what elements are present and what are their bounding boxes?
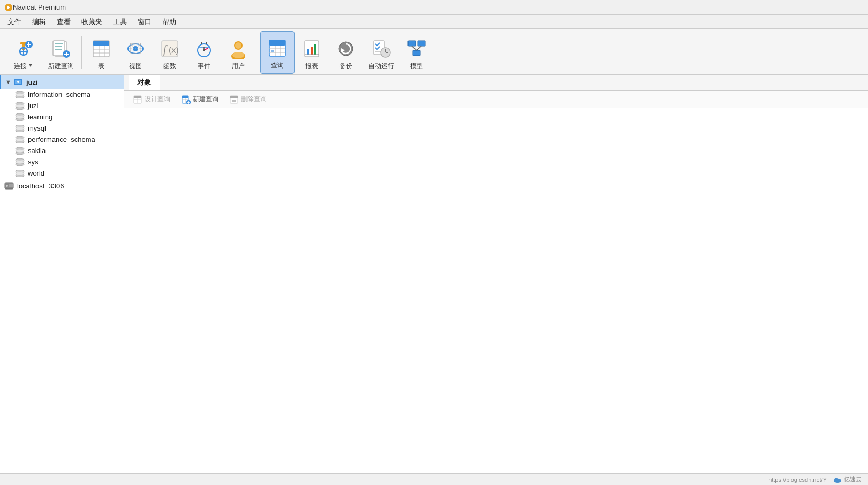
toolbar-query-btn[interactable]: 查询 [260, 31, 295, 74]
design-query-label: 设计查询 [145, 95, 170, 104]
svg-rect-56 [282, 46, 284, 48]
status-url: https://blog.csdn.net/Y [768, 476, 827, 483]
toolbar-connect-btn[interactable]: 连接 ▼ [4, 31, 43, 74]
menu-tools[interactable]: 工具 [108, 16, 132, 28]
svg-rect-58 [307, 49, 309, 55]
title-bar: Navicat Premium [0, 0, 868, 15]
menu-bar: 文件 编辑 查看 收藏夹 工具 窗口 帮助 [0, 15, 868, 29]
query-label: 查询 [271, 61, 284, 70]
sidebar-connection-juzi[interactable]: ▼ juzi [0, 75, 124, 89]
report-icon [301, 38, 322, 59]
delete-query-icon [229, 95, 239, 104]
sidebar-db-world[interactable]: world [0, 168, 124, 179]
db-icon-5 [15, 147, 25, 155]
status-watermark: 亿速云 [833, 475, 862, 484]
function-label: 函数 [163, 62, 176, 71]
new-query-content-btn[interactable]: 新建查询 [177, 94, 223, 105]
model-icon [406, 38, 427, 59]
svg-line-72 [412, 46, 417, 50]
server-icon [4, 181, 14, 191]
svg-point-131 [837, 479, 841, 482]
svg-point-110 [6, 185, 8, 187]
new-query-content-label: 新建查询 [193, 95, 218, 104]
view-icon [125, 38, 146, 59]
sidebar-db-sakila[interactable]: sakila [0, 145, 124, 156]
toolbar-table-btn[interactable]: 表 [84, 31, 118, 74]
new-query-label: 新建查询 [48, 62, 74, 71]
function-icon: f (x) [159, 38, 180, 59]
svg-line-73 [417, 46, 421, 50]
toolbar-function-btn[interactable]: f (x) 函数 [153, 31, 187, 74]
svg-point-92 [16, 127, 24, 130]
svg-rect-69 [408, 41, 416, 46]
svg-rect-115 [134, 96, 141, 98]
delete-query-btn[interactable]: 删除查询 [225, 94, 271, 105]
svg-point-45 [235, 42, 241, 49]
db-name-2: learning [28, 113, 52, 121]
connect-dropdown-arrow[interactable]: ▼ [28, 62, 33, 68]
design-query-btn[interactable]: 设计查询 [129, 94, 175, 105]
db-name-6: sys [28, 158, 39, 166]
sidebar-db-mysql[interactable]: mysql [0, 123, 124, 134]
db-icon-6 [15, 158, 25, 166]
query-icon [267, 37, 288, 59]
toolbar-view-btn[interactable]: 视图 [118, 31, 153, 74]
backup-label: 备份 [339, 62, 352, 71]
table-label: 表 [98, 62, 104, 71]
model-label: 模型 [410, 62, 423, 71]
svg-rect-54 [271, 46, 274, 48]
tab-objects[interactable]: 对象 [129, 75, 160, 90]
backup-icon [335, 38, 357, 59]
sidebar-db-learning[interactable]: learning [0, 111, 124, 123]
toolbar-backup-btn[interactable]: 备份 [329, 31, 363, 74]
table-icon [90, 38, 112, 59]
connection-name: juzi [26, 78, 38, 86]
db-icon-0 [15, 91, 25, 98]
event-label: 事件 [198, 62, 210, 71]
sidebar-db-juzi[interactable]: juzi [0, 100, 124, 111]
svg-point-88 [16, 116, 24, 119]
svg-point-84 [16, 104, 24, 108]
new-query-content-icon [181, 95, 191, 104]
view-label: 视图 [129, 62, 142, 71]
toolbar-autorun-btn[interactable]: 自动运行 [363, 31, 399, 74]
content-tabs: 对象 [124, 75, 868, 91]
menu-window[interactable]: 窗口 [132, 16, 157, 28]
menu-favorites[interactable]: 收藏夹 [76, 16, 108, 28]
expand-arrow: ▼ [5, 79, 11, 85]
db-icon-7 [15, 170, 25, 177]
toolbar-model-btn[interactable]: 模型 [399, 31, 434, 74]
menu-help[interactable]: 帮助 [157, 16, 182, 28]
toolbar-report-btn[interactable]: 报表 [295, 31, 329, 74]
db-icon-1 [15, 102, 25, 110]
svg-rect-70 [418, 41, 425, 46]
sidebar-db-information-schema[interactable]: information_schema [0, 89, 124, 100]
svg-point-46 [232, 52, 244, 58]
menu-edit[interactable]: 编辑 [27, 16, 51, 28]
autorun-label: 自动运行 [368, 62, 394, 71]
content-body [124, 108, 868, 473]
toolbar-user-btn[interactable]: 用户 [221, 31, 255, 74]
user-icon [228, 38, 249, 59]
toolbar-new-query-btn[interactable]: 新建查询 [43, 31, 79, 74]
menu-view[interactable]: 查看 [51, 16, 76, 28]
autorun-icon [371, 38, 392, 59]
toolbar-event-btn[interactable]: 事件 [187, 31, 221, 74]
db-name-3: mysql [28, 124, 46, 132]
svg-rect-55 [277, 46, 280, 48]
svg-rect-59 [311, 47, 313, 55]
svg-point-108 [16, 172, 24, 175]
sidebar-server-localhost[interactable]: localhost_3306 [0, 179, 124, 193]
svg-point-80 [16, 93, 24, 96]
event-icon [193, 38, 215, 59]
menu-file[interactable]: 文件 [2, 16, 27, 28]
svg-rect-22 [93, 41, 109, 46]
toolbar: 连接 ▼ 新建查询 [0, 29, 868, 75]
app-title: Navicat Premium [13, 3, 66, 11]
sidebar-db-sys[interactable]: sys [0, 156, 124, 168]
user-label: 用户 [232, 62, 245, 71]
svg-rect-48 [269, 40, 285, 46]
status-bar: https://blog.csdn.net/Y 亿速云 [0, 473, 868, 485]
sidebar-db-performance-schema[interactable]: performance_schema [0, 134, 124, 145]
svg-rect-126 [230, 96, 238, 98]
